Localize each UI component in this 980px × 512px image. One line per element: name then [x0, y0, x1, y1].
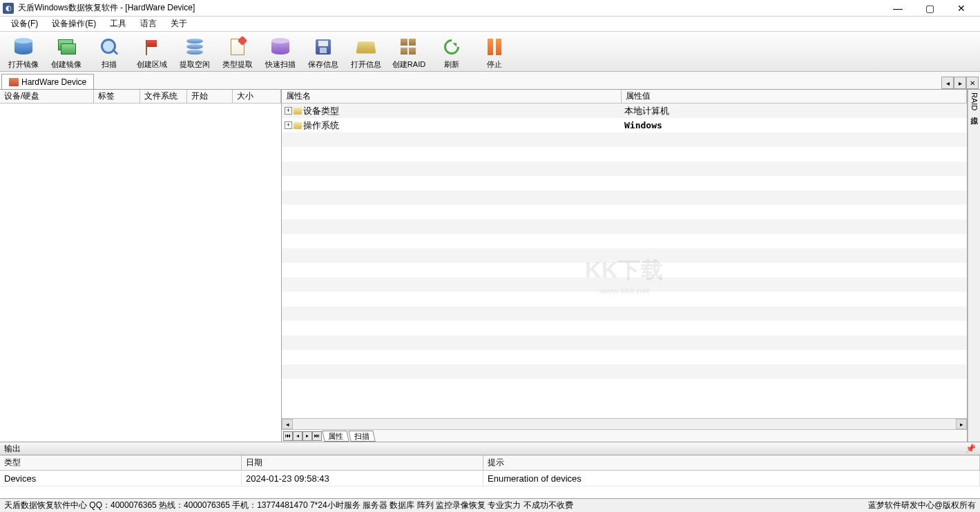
property-row[interactable]	[282, 335, 967, 350]
refresh-icon	[441, 36, 462, 57]
property-row[interactable]	[282, 234, 967, 248]
device-tree-pane: 设备/硬盘 标签 文件系统 开始 大小	[0, 90, 282, 442]
close-button[interactable]: ✕	[945, 1, 977, 16]
scroll-right-button[interactable]: ▸	[956, 419, 967, 429]
property-row[interactable]	[282, 147, 967, 161]
inner-last-button[interactable]: ⏭	[312, 431, 322, 441]
flag-icon	[144, 39, 160, 55]
maximize-button[interactable]: ▢	[914, 1, 945, 16]
output-col-date[interactable]: 日期	[242, 455, 483, 470]
title-bar: ◐ 天盾Windows数据恢复软件 - [HardWare Device] — …	[0, 0, 980, 17]
property-row[interactable]	[282, 176, 967, 190]
inner-tab-properties[interactable]: 属性	[322, 431, 349, 442]
inner-tabs: ⏮ ◂ ▸ ⏭ 属性 扫描	[282, 429, 967, 442]
col-filesystem[interactable]: 文件系统	[140, 90, 187, 103]
extract-free-button[interactable]: 提取空闲	[177, 34, 213, 70]
col-prop-value[interactable]: 属性值	[622, 90, 967, 103]
scan-button[interactable]: 扫描	[91, 34, 127, 70]
status-right: 蓝梦软件研发中心@版权所有	[868, 500, 976, 511]
open-info-button[interactable]: 打开信息	[348, 34, 384, 70]
inner-next-button[interactable]: ▸	[302, 431, 312, 441]
property-row[interactable]: +操作系统Windows	[282, 118, 967, 132]
menu-language[interactable]: 语言	[133, 17, 164, 31]
property-row[interactable]	[282, 277, 967, 292]
scroll-track[interactable]	[293, 419, 956, 429]
col-size[interactable]: 大小	[233, 90, 281, 103]
device-tree-body[interactable]	[0, 104, 281, 442]
property-row[interactable]	[282, 132, 967, 147]
horizontal-scrollbar[interactable]: ◂ ▸	[282, 418, 967, 429]
prop-value-cell: 本地计算机	[622, 105, 967, 117]
type-extract-button[interactable]: 类型提取	[220, 34, 256, 70]
device-tree-header: 设备/硬盘 标签 文件系统 开始 大小	[0, 90, 281, 104]
status-bar: 天盾数据恢复软件中心 QQ：4000076365 热线：4000076365 手…	[0, 498, 980, 512]
create-raid-button[interactable]: 创建RAID	[391, 34, 427, 70]
save-info-button[interactable]: 保存信息	[305, 34, 341, 70]
output-tip: Enumeration of devices	[483, 471, 980, 486]
property-row[interactable]	[282, 292, 967, 306]
refresh-button[interactable]: 刷新	[434, 34, 470, 70]
output-col-type[interactable]: 类型	[0, 455, 242, 470]
properties-body: KK下载 www.kkx.net +设备类型本地计算机+操作系统Windows	[282, 104, 967, 418]
cylinder-fast-icon	[271, 39, 289, 55]
output-spacer	[0, 486, 980, 498]
tab-hardware-device[interactable]: HardWare Device	[1, 74, 94, 89]
property-row[interactable]	[282, 321, 967, 335]
property-row[interactable]	[282, 248, 967, 263]
property-row[interactable]	[282, 190, 967, 205]
col-label[interactable]: 标签	[94, 90, 141, 103]
tab-next-button[interactable]: ▸	[954, 77, 966, 89]
save-icon	[316, 39, 331, 55]
menu-device[interactable]: 设备(F)	[4, 17, 45, 31]
window-title: 天盾Windows数据恢复软件 - [HardWare Device]	[18, 2, 882, 14]
output-row[interactable]: Devices 2024-01-23 09:58:43 Enumeration …	[0, 471, 980, 486]
folder-icon	[294, 108, 302, 115]
output-header: 输出 📌	[0, 442, 980, 455]
tab-nav: ◂ ▸ ✕	[941, 77, 979, 89]
menu-about[interactable]: 关于	[164, 17, 194, 31]
property-row[interactable]	[282, 205, 967, 219]
col-prop-name[interactable]: 属性名	[282, 90, 622, 103]
expand-icon[interactable]: +	[285, 107, 292, 115]
expand-icon[interactable]: +	[285, 121, 292, 129]
prop-name-cell: +设备类型	[282, 105, 622, 117]
app-icon: ◐	[3, 3, 14, 14]
create-image-button[interactable]: 创建镜像	[48, 34, 84, 70]
database-icon	[186, 39, 203, 55]
menu-tools[interactable]: 工具	[103, 17, 133, 31]
device-icon	[9, 78, 19, 86]
pin-icon[interactable]: 📌	[965, 444, 976, 453]
menu-device-ops[interactable]: 设备操作(E)	[45, 17, 103, 31]
menu-bar: 设备(F) 设备操作(E) 工具 语言 关于	[0, 17, 980, 32]
magnifier-icon	[101, 39, 117, 55]
properties-pane: 属性名 属性值 KK下载 www.kkx.net +设备类型本地计算机+操作系统…	[282, 90, 968, 442]
side-tab-raid[interactable]: RAID虚拟	[968, 90, 980, 442]
stop-button[interactable]: 停止	[477, 34, 512, 70]
col-start[interactable]: 开始	[187, 90, 233, 103]
tab-close-button[interactable]: ✕	[966, 77, 979, 89]
property-row[interactable]	[282, 161, 967, 176]
tab-label: HardWare Device	[21, 77, 86, 87]
property-row[interactable]	[282, 263, 967, 277]
inner-first-button[interactable]: ⏮	[283, 431, 293, 441]
property-row[interactable]	[282, 350, 967, 364]
property-row[interactable]: +设备类型本地计算机	[282, 104, 967, 118]
inner-tab-scan[interactable]: 扫描	[348, 431, 375, 442]
minimize-button[interactable]: —	[882, 1, 914, 16]
raid-icon	[401, 39, 417, 55]
col-device[interactable]: 设备/硬盘	[0, 90, 94, 103]
property-row[interactable]	[282, 306, 967, 321]
document-tabs: HardWare Device ◂ ▸ ✕	[0, 72, 980, 90]
open-image-button[interactable]: 打开镜像	[6, 34, 41, 70]
property-row[interactable]	[282, 219, 967, 234]
prop-name: 设备类型	[303, 105, 339, 117]
scroll-left-button[interactable]: ◂	[282, 419, 293, 429]
output-date: 2024-01-23 09:58:43	[242, 471, 483, 486]
property-row[interactable]	[282, 364, 967, 379]
quick-scan-button[interactable]: 快速扫描	[262, 34, 298, 70]
tab-prev-button[interactable]: ◂	[941, 77, 954, 89]
create-region-button[interactable]: 创建区域	[134, 34, 170, 70]
output-col-tip[interactable]: 提示	[483, 455, 980, 470]
window-controls: — ▢ ✕	[882, 1, 977, 16]
inner-prev-button[interactable]: ◂	[293, 431, 302, 441]
